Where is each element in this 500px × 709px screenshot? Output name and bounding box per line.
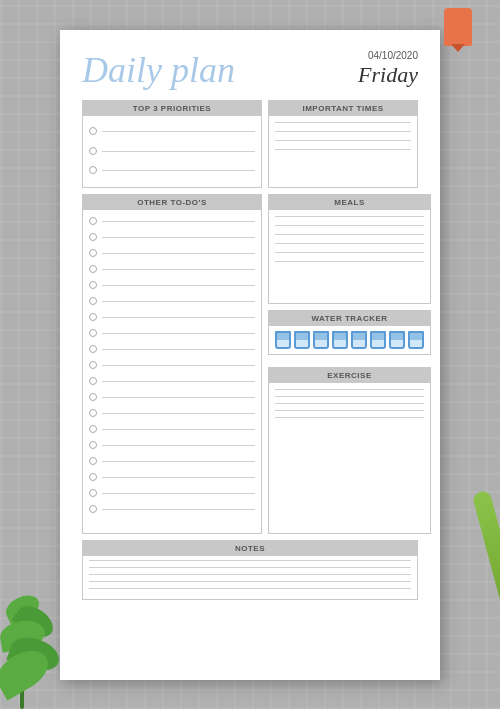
todo-cb[interactable] [89, 473, 97, 481]
daily-planner-page: Daily plan 04/10/2020 Friday TOP 3 PRIOR… [60, 30, 440, 680]
todo-cb[interactable] [89, 457, 97, 465]
meal-line [275, 234, 424, 235]
water-glass-5[interactable] [351, 331, 367, 349]
todo-row [89, 502, 255, 516]
todo-cb[interactable] [89, 505, 97, 513]
date-display: 04/10/2020 [358, 50, 418, 62]
todo-row [89, 454, 255, 468]
priority-row-2 [89, 144, 255, 158]
notes-section: NOTES [82, 540, 418, 600]
todo-row [89, 310, 255, 324]
todo-row [89, 358, 255, 372]
todo-row [89, 390, 255, 404]
page-title: Daily plan [82, 52, 235, 88]
todo-row [89, 278, 255, 292]
todo-cb[interactable] [89, 313, 97, 321]
todo-row [89, 438, 255, 452]
exercise-line [275, 403, 424, 404]
note-line [89, 574, 411, 575]
water-glass-1[interactable] [275, 331, 291, 349]
meals-section: MEALS [268, 194, 431, 304]
priority-row-1 [89, 124, 255, 138]
todo-cb[interactable] [89, 297, 97, 305]
todo-row [89, 422, 255, 436]
water-glass-7[interactable] [389, 331, 405, 349]
water-glass-3[interactable] [313, 331, 329, 349]
meals-content [269, 210, 430, 304]
exercise-line [275, 389, 424, 390]
priority-checkbox-1[interactable] [89, 127, 97, 135]
time-line-4 [275, 149, 411, 150]
todo-cb[interactable] [89, 345, 97, 353]
todo-cb[interactable] [89, 265, 97, 273]
todo-row [89, 342, 255, 356]
todo-row [89, 470, 255, 484]
todo-cb[interactable] [89, 441, 97, 449]
water-glass-6[interactable] [370, 331, 386, 349]
todo-cb[interactable] [89, 233, 97, 241]
priorities-header: TOP 3 PRIORITIES [83, 101, 261, 116]
priority-line-3 [102, 170, 255, 171]
exercise-section: EXERCISE [268, 367, 431, 534]
todo-row [89, 374, 255, 388]
plant-decoration [0, 589, 90, 709]
priority-checkbox-2[interactable] [89, 147, 97, 155]
priority-line-2 [102, 151, 255, 152]
todo-cb[interactable] [89, 393, 97, 401]
note-line [89, 581, 411, 582]
todo-cb[interactable] [89, 377, 97, 385]
todo-cb[interactable] [89, 409, 97, 417]
time-line-2 [275, 131, 411, 132]
todo-row [89, 262, 255, 276]
todo-cb[interactable] [89, 217, 97, 225]
todo-row [89, 214, 255, 228]
meal-line [275, 216, 424, 217]
note-line [89, 588, 411, 589]
todo-cb[interactable] [89, 281, 97, 289]
water-glass-4[interactable] [332, 331, 348, 349]
exercise-line [275, 410, 424, 411]
todo-row [89, 406, 255, 420]
time-line-3 [275, 140, 411, 141]
todo-row [89, 486, 255, 500]
todo-row [89, 294, 255, 308]
priority-line-1 [102, 131, 255, 132]
exercise-header: EXERCISE [269, 368, 430, 383]
pen-decoration [472, 489, 500, 648]
date-section: 04/10/2020 Friday [358, 50, 418, 88]
todo-cb[interactable] [89, 489, 97, 497]
meal-line [275, 225, 424, 226]
todo-row [89, 246, 255, 260]
sharpener-decoration [444, 8, 472, 46]
todos-section: OTHER TO-DO'S [82, 194, 262, 534]
priority-checkbox-3[interactable] [89, 166, 97, 174]
note-line [89, 567, 411, 568]
middle-row: OTHER TO-DO'S [82, 194, 418, 534]
exercise-line [275, 396, 424, 397]
right-column: MEALS WATER TRACKER [268, 194, 431, 534]
todos-content [83, 210, 261, 522]
todo-cb[interactable] [89, 361, 97, 369]
meal-line [275, 252, 424, 253]
notes-header: NOTES [83, 541, 417, 556]
todos-header: OTHER TO-DO'S [83, 195, 261, 210]
todo-cb[interactable] [89, 249, 97, 257]
meal-line [275, 261, 424, 262]
priority-row-3 [89, 163, 255, 177]
water-content [269, 326, 430, 354]
times-header: IMPORTANT TIMES [269, 101, 417, 116]
todo-cb[interactable] [89, 425, 97, 433]
water-glass-8[interactable] [408, 331, 424, 349]
exercise-line [275, 417, 424, 418]
meals-header: MEALS [269, 195, 430, 210]
top-row: TOP 3 PRIORITIES IMPORTANT TIMES [82, 100, 418, 188]
time-line-1 [275, 122, 411, 123]
times-content [269, 116, 417, 188]
todo-row [89, 326, 255, 340]
day-display: Friday [358, 62, 418, 87]
priorities-section: TOP 3 PRIORITIES [82, 100, 262, 188]
exercise-content [269, 383, 430, 428]
water-glass-2[interactable] [294, 331, 310, 349]
notes-content [83, 556, 417, 599]
todo-cb[interactable] [89, 329, 97, 337]
